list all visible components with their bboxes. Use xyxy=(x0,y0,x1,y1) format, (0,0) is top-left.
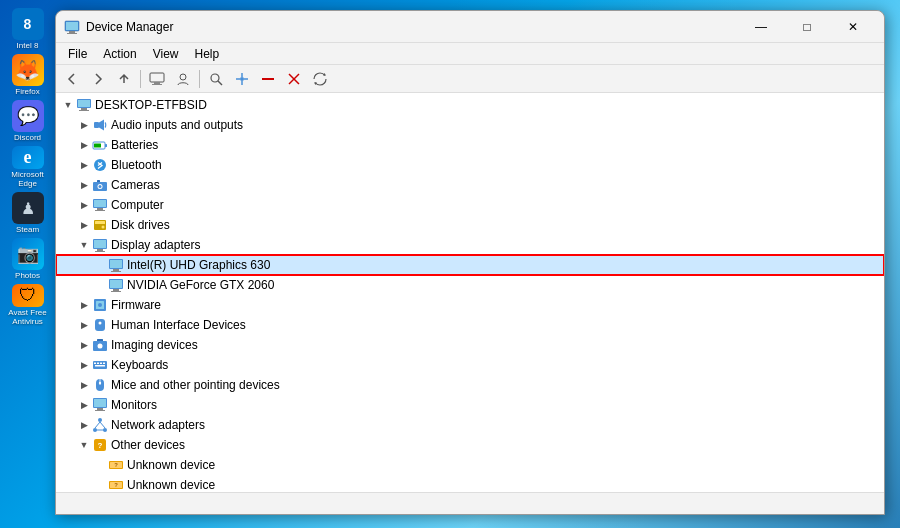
taskbar-icon-photos[interactable]: 📷 Photos xyxy=(7,238,49,280)
tree-item-batteries[interactable]: ▶ Batteries xyxy=(56,135,884,155)
svg-rect-34 xyxy=(97,249,103,251)
toolbar-forward-button[interactable] xyxy=(86,68,110,90)
imaging-icon xyxy=(92,337,108,353)
toolbar-update-button[interactable] xyxy=(230,68,254,90)
svg-point-60 xyxy=(99,382,101,384)
maximize-button[interactable]: □ xyxy=(784,11,830,43)
taskbar-icon-discord[interactable]: 💬 Discord xyxy=(7,100,49,142)
expand-icon[interactable]: ▶ xyxy=(76,357,92,373)
status-bar xyxy=(56,492,884,514)
tree-item-audio[interactable]: ▶ Audio inputs and outputs xyxy=(56,115,884,135)
expand-icon[interactable]: ▶ xyxy=(76,417,92,433)
collapse-icon[interactable]: ▼ xyxy=(60,97,76,113)
tree-item-diskdrives[interactable]: ▶ Disk drives xyxy=(56,215,884,235)
firmware-icon xyxy=(92,297,108,313)
avast-icon: 🛡 xyxy=(19,285,37,306)
expand-icon[interactable]: ▶ xyxy=(76,377,92,393)
imaging-label: Imaging devices xyxy=(111,338,198,352)
expand-icon[interactable]: ▶ xyxy=(76,157,92,173)
taskbar-icon-intel[interactable]: 8 Intel 8 xyxy=(7,8,49,50)
toolbar-back-button[interactable] xyxy=(60,68,84,90)
taskbar-icon-avast[interactable]: 🛡 Avast Free Antivirus xyxy=(7,284,49,326)
camera-icon xyxy=(92,177,108,193)
menu-help[interactable]: Help xyxy=(187,45,228,63)
nvidia-label: NVIDIA GeForce GTX 2060 xyxy=(127,278,274,292)
network-label: Network adapters xyxy=(111,418,205,432)
close-button[interactable]: ✕ xyxy=(830,11,876,43)
toolbar-scan-button[interactable] xyxy=(204,68,228,90)
root-label: DESKTOP-ETFBSID xyxy=(95,98,207,112)
expand-icon[interactable]: ▶ xyxy=(76,197,92,213)
expand-icon[interactable]: ▶ xyxy=(76,337,92,353)
expand-icon[interactable]: ▶ xyxy=(76,137,92,153)
collapse-icon[interactable]: ▼ xyxy=(76,237,92,253)
svg-text:?: ? xyxy=(114,462,118,468)
toolbar-uninstall-button[interactable] xyxy=(282,68,306,90)
batteries-label: Batteries xyxy=(111,138,158,152)
expand-icon[interactable]: ▶ xyxy=(76,317,92,333)
tree-item-network[interactable]: ▶ Network adapters xyxy=(56,415,884,435)
tree-item-imaging[interactable]: ▶ Imaging devices xyxy=(56,335,884,355)
expand-icon[interactable]: ▶ xyxy=(76,217,92,233)
tree-item-displayadapters[interactable]: ▼ Display adapters xyxy=(56,235,884,255)
svg-point-32 xyxy=(102,226,105,229)
toolbar-properties-button[interactable] xyxy=(171,68,195,90)
tree-item-intel-gpu[interactable]: Intel(R) UHD Graphics 630 xyxy=(56,255,884,275)
svg-rect-57 xyxy=(95,365,105,367)
expand-icon[interactable]: ▶ xyxy=(76,397,92,413)
displayadapters-label: Display adapters xyxy=(111,238,200,252)
tree-item-nvidia-gpu[interactable]: NVIDIA GeForce GTX 2060 xyxy=(56,275,884,295)
taskbar-icon-steam[interactable]: ♟ Steam xyxy=(7,192,49,234)
unknown2-label: Unknown device xyxy=(127,478,215,492)
tree-item-otherdevices[interactable]: ▼ ? Other devices xyxy=(56,435,884,455)
tree-item-cameras[interactable]: ▶ Cameras xyxy=(56,175,884,195)
menu-action[interactable]: Action xyxy=(95,45,144,63)
minimize-button[interactable]: — xyxy=(738,11,784,43)
tree-item-unknown2[interactable]: ? Unknown device xyxy=(56,475,884,492)
toolbar-separator-1 xyxy=(140,70,141,88)
toolbar-computer-button[interactable] xyxy=(145,68,169,90)
menu-bar: File Action View Help xyxy=(56,43,884,65)
network-icon xyxy=(92,417,108,433)
tree-item-monitors[interactable]: ▶ Monitors xyxy=(56,395,884,415)
photos-icon: 📷 xyxy=(17,243,39,265)
toolbar-disable-button[interactable] xyxy=(256,68,280,90)
svg-rect-27 xyxy=(97,208,103,210)
tree-item-hid[interactable]: ▶ Human Interface Devices xyxy=(56,315,884,335)
other-icon: ? xyxy=(92,437,108,453)
tree-item-mice[interactable]: ▶ Mice and other pointing devices xyxy=(56,375,884,395)
tree-item-bluetooth[interactable]: ▶ Bluetooth xyxy=(56,155,884,175)
svg-rect-64 xyxy=(95,410,105,411)
svg-rect-11 xyxy=(262,78,274,80)
taskbar-icon-firefox[interactable]: 🦊 Firefox xyxy=(7,54,49,96)
collapse-icon[interactable]: ▼ xyxy=(76,437,92,453)
svg-point-10 xyxy=(240,77,244,81)
toolbar-refresh-button[interactable] xyxy=(308,68,332,90)
window-controls: — □ ✕ xyxy=(738,11,876,43)
expand-icon[interactable]: ▶ xyxy=(76,297,92,313)
expand-icon[interactable]: ▶ xyxy=(76,177,92,193)
tree-item-keyboards[interactable]: ▶ Keyboards xyxy=(56,355,884,375)
spacer xyxy=(92,457,108,473)
tree-item-computer[interactable]: ▶ Computer xyxy=(56,195,884,215)
tree-content[interactable]: ▼ DESKTOP-ETFBSID ▶ xyxy=(56,93,884,492)
cameras-label: Cameras xyxy=(111,178,160,192)
tree-item-unknown1[interactable]: ? Unknown device xyxy=(56,455,884,475)
unknown1-label: Unknown device xyxy=(127,458,215,472)
svg-rect-1 xyxy=(69,31,75,33)
bluetooth-label: Bluetooth xyxy=(111,158,162,172)
menu-view[interactable]: View xyxy=(145,45,187,63)
toolbar-up-button[interactable] xyxy=(112,68,136,90)
svg-line-69 xyxy=(100,422,105,428)
tree-item-firmware[interactable]: ▶ Firmware xyxy=(56,295,884,315)
keyboards-label: Keyboards xyxy=(111,358,168,372)
taskbar-icon-edge[interactable]: e Microsoft Edge xyxy=(7,146,49,188)
svg-rect-31 xyxy=(95,221,105,224)
tree-item-root[interactable]: ▼ DESKTOP-ETFBSID xyxy=(56,95,884,115)
svg-rect-4 xyxy=(150,73,164,82)
intel-gpu-label: Intel(R) UHD Graphics 630 xyxy=(127,258,270,272)
expand-icon[interactable]: ▶ xyxy=(76,117,92,133)
svg-rect-16 xyxy=(79,110,89,111)
svg-text:?: ? xyxy=(98,441,103,450)
menu-file[interactable]: File xyxy=(60,45,95,63)
